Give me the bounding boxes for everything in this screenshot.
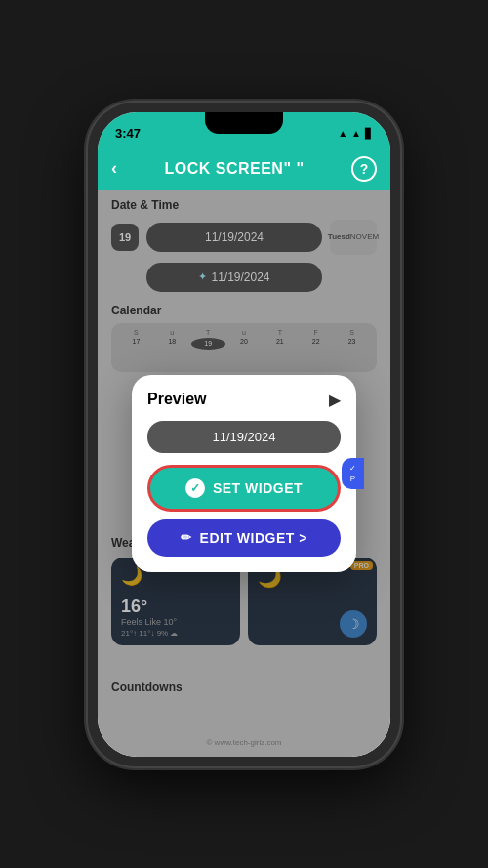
back-arrow-icon: ‹ <box>111 158 117 179</box>
header-title: LOCK SCREEN" " <box>164 160 304 178</box>
set-widget-button[interactable]: ✓ SET WIDGET <box>147 465 341 512</box>
status-bar: 3:47 ▲ ▲ ▊ <box>98 112 390 147</box>
check-icon: ✓ <box>349 464 356 473</box>
checkmark-icon: ✓ <box>185 478 205 498</box>
preview-header: Preview ▶ <box>147 391 341 409</box>
pencil-icon: ✏ <box>181 530 192 545</box>
preview-title: Preview <box>147 391 206 408</box>
status-icons: ▲ ▲ ▊ <box>338 128 373 139</box>
edit-widget-label: EDIT WIDGET > <box>200 530 307 546</box>
set-widget-label: SET WIDGET <box>213 480 303 496</box>
status-time: 3:47 <box>115 126 141 141</box>
wifi-icon: ▲ <box>351 128 361 139</box>
battery-icon: ▊ <box>365 128 373 139</box>
back-button[interactable]: ‹ <box>111 158 117 179</box>
phone-shell: 3:47 ▲ ▲ ▊ ‹ LOCK SCREEN" " ? Date & Tim… <box>88 103 400 766</box>
partial-side-card: ✓ P <box>342 458 364 489</box>
share-icon[interactable]: ▶ <box>329 391 341 409</box>
edit-widget-button[interactable]: ✏ EDIT WIDGET > <box>147 519 341 557</box>
phone-screen: 3:47 ▲ ▲ ▊ ‹ LOCK SCREEN" " ? Date & Tim… <box>98 112 390 757</box>
signal-icon: ▲ <box>338 128 347 139</box>
partial-text: P <box>350 475 355 483</box>
app-header: ‹ LOCK SCREEN" " ? <box>98 147 390 190</box>
main-content: Date & Time 19 11/19/2024 Tuesd NOVEM ✦ … <box>98 190 390 757</box>
preview-popup: Preview ▶ 11/19/2024 ✓ SET WIDGET ✏ EDIT… <box>132 375 356 572</box>
preview-date-pill: 11/19/2024 <box>147 421 341 453</box>
notch <box>205 112 283 134</box>
help-icon: ? <box>360 161 369 177</box>
help-button[interactable]: ? <box>351 156 377 182</box>
